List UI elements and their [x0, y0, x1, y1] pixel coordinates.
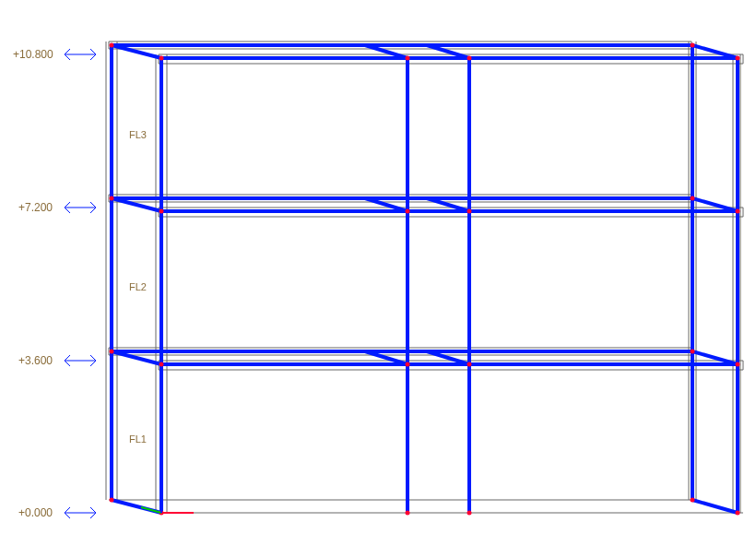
svg-line-23	[427, 351, 469, 364]
svg-point-48	[691, 350, 695, 354]
story-label-fl2: FL2	[129, 281, 147, 292]
svg-point-50	[691, 498, 695, 503]
svg-line-18	[365, 198, 408, 211]
svg-point-42	[736, 511, 740, 516]
svg-point-46	[691, 196, 695, 201]
svg-point-34	[736, 209, 740, 214]
svg-line-24	[692, 351, 738, 364]
svg-point-29	[467, 56, 472, 61]
level-arrow-3-600	[65, 355, 96, 366]
level-label-7-200: +7.200	[18, 201, 53, 214]
svg-point-41	[467, 511, 472, 516]
level-marker-10-800: +10.800	[13, 48, 96, 61]
structural-frame-diagram: +10.800 +7.200 +3.600 +0.000 FL3 FL2 FL1	[0, 0, 756, 546]
svg-point-36	[406, 362, 410, 367]
svg-line-16	[692, 45, 738, 58]
level-label-10-800: +10.800	[13, 48, 53, 61]
svg-point-44	[691, 43, 695, 48]
story-label-fl1: FL1	[129, 433, 147, 445]
level-marker-7-200: +7.200	[18, 201, 96, 214]
svg-line-14	[365, 45, 408, 58]
svg-point-32	[406, 209, 410, 214]
svg-point-43	[110, 43, 114, 48]
svg-point-47	[110, 350, 114, 354]
svg-line-22	[365, 351, 408, 364]
svg-point-33	[467, 209, 472, 214]
svg-line-26	[692, 500, 738, 513]
svg-point-49	[110, 498, 114, 503]
svg-line-17	[112, 198, 161, 211]
svg-point-31	[159, 209, 164, 214]
level-marker-3-600: +3.600	[18, 354, 96, 367]
structural-members	[112, 45, 738, 513]
svg-line-21	[112, 351, 161, 364]
level-arrow-10-800	[65, 49, 96, 60]
svg-line-15	[427, 45, 469, 58]
svg-point-38	[736, 362, 740, 367]
level-label-3-600: +3.600	[18, 354, 53, 367]
svg-line-13	[112, 45, 161, 58]
member-outlines	[106, 42, 743, 513]
level-marker-0-000: +0.000	[18, 506, 96, 519]
level-arrow-7-200	[65, 202, 96, 213]
svg-point-45	[110, 196, 114, 201]
svg-point-28	[406, 56, 410, 61]
svg-point-30	[736, 56, 740, 61]
svg-line-19	[427, 198, 469, 211]
level-label-0-000: +0.000	[18, 506, 53, 519]
svg-point-35	[159, 362, 164, 367]
svg-point-27	[159, 56, 164, 61]
svg-point-40	[406, 511, 410, 516]
svg-line-20	[692, 198, 738, 211]
story-label-fl3: FL3	[129, 129, 147, 140]
svg-point-37	[467, 362, 472, 367]
nodes	[110, 43, 740, 516]
level-arrow-0-000	[65, 507, 96, 518]
